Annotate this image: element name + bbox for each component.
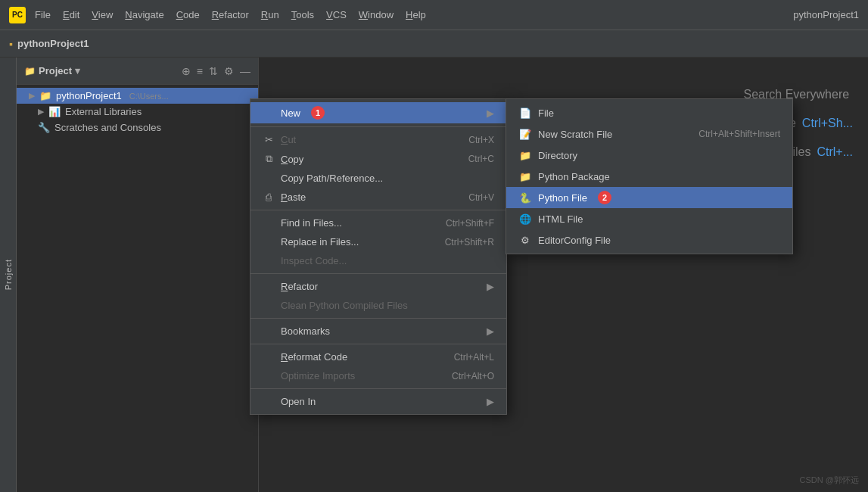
ctx-replace-shortcut: Ctrl+Shift+R bbox=[445, 237, 494, 248]
ctx-optimize-shortcut: Ctrl+Alt+O bbox=[452, 371, 494, 381]
sub-html-label: HTML File bbox=[538, 213, 583, 225]
ctx-new-arrow: ▶ bbox=[487, 107, 494, 119]
ctx-sep6 bbox=[250, 388, 506, 389]
sub-package-icon: 📁 bbox=[518, 170, 532, 183]
ctx-reformat-label: Reformat Code bbox=[281, 351, 347, 363]
overlay: New 1 ▶ ✂ Cut Ctrl+X ⧉ Copy Ctrl+C Copy … bbox=[0, 0, 868, 492]
sub-html-file[interactable]: 🌐 HTML File bbox=[506, 208, 792, 229]
sub-package-label: Python Package bbox=[538, 171, 610, 182]
ctx-open-in[interactable]: Open In ▶ bbox=[250, 392, 506, 411]
ctx-sep4 bbox=[250, 318, 506, 319]
ctx-optimize-label: Optimize Imports bbox=[281, 370, 355, 381]
ctx-optimize[interactable]: Optimize Imports Ctrl+Alt+O bbox=[250, 366, 506, 385]
ctx-copy[interactable]: ⧉ Copy Ctrl+C bbox=[250, 149, 506, 169]
ctx-paste-icon: ⎙ bbox=[263, 192, 275, 203]
ctx-bookmarks-label: Bookmarks bbox=[281, 325, 330, 337]
ctx-sep2 bbox=[250, 210, 506, 210]
ctx-cut[interactable]: ✂ Cut Ctrl+X bbox=[250, 130, 506, 149]
ctx-cut-shortcut: Ctrl+X bbox=[468, 135, 494, 145]
ctx-new[interactable]: New 1 ▶ bbox=[250, 102, 506, 123]
ctx-replace-label: Replace in Files... bbox=[281, 236, 359, 248]
ctx-reformat-shortcut: Ctrl+Alt+L bbox=[454, 352, 494, 363]
ctx-copy-label: Copy bbox=[281, 154, 303, 165]
sub-file-icon: 📄 bbox=[518, 106, 532, 120]
ctx-copy-path[interactable]: Copy Path/Reference... bbox=[250, 169, 506, 188]
sub-python-file[interactable]: 🐍 Python File 2 bbox=[506, 187, 792, 208]
ctx-cut-icon: ✂ bbox=[263, 134, 275, 145]
sub-editorconfig[interactable]: ⚙ EditorConfig File bbox=[506, 229, 792, 251]
ctx-sep5 bbox=[250, 344, 506, 344]
sub-editorconfig-icon: ⚙ bbox=[518, 233, 532, 247]
ctx-refactor[interactable]: Refactor ▶ bbox=[250, 277, 506, 296]
ctx-inspect-label: Inspect Code... bbox=[281, 255, 347, 266]
sub-badge-2: 2 bbox=[598, 191, 611, 204]
ctx-open-in-label: Open In bbox=[281, 396, 316, 407]
sub-scratch-label: New Scratch File bbox=[538, 129, 612, 140]
sub-python-package[interactable]: 📁 Python Package bbox=[506, 166, 792, 187]
ctx-copy-icon: ⧉ bbox=[263, 153, 275, 165]
ctx-open-in-arrow: ▶ bbox=[487, 396, 494, 407]
ctx-find-files[interactable]: Find in Files... Ctrl+Shift+F bbox=[250, 213, 506, 232]
ctx-refactor-label: Refactor bbox=[281, 281, 318, 292]
sub-directory-label: Directory bbox=[538, 150, 577, 161]
ctx-paste-shortcut: Ctrl+V bbox=[468, 192, 494, 203]
ctx-refactor-arrow: ▶ bbox=[487, 281, 494, 292]
sub-menu-new: 📄 File 📝 New Scratch File Ctrl+Alt+Shift… bbox=[506, 98, 793, 254]
ctx-inspect[interactable]: Inspect Code... bbox=[250, 251, 506, 270]
sub-directory-icon: 📁 bbox=[518, 148, 532, 162]
sub-directory[interactable]: 📁 Directory bbox=[506, 145, 792, 166]
ctx-clean-label: Clean Python Compiled Files bbox=[281, 300, 408, 311]
ctx-find-label: Find in Files... bbox=[281, 217, 342, 229]
ctx-copy-shortcut: Ctrl+C bbox=[468, 154, 494, 164]
sub-file-label: File bbox=[538, 107, 554, 119]
ctx-clean[interactable]: Clean Python Compiled Files bbox=[250, 296, 506, 315]
ctx-replace-files[interactable]: Replace in Files... Ctrl+Shift+R bbox=[250, 232, 506, 251]
ctx-find-shortcut: Ctrl+Shift+F bbox=[446, 218, 494, 229]
ctx-cut-label: Cut bbox=[281, 134, 296, 145]
sub-scratch-shortcut: Ctrl+Alt+Shift+Insert bbox=[698, 129, 780, 139]
context-menu: New 1 ▶ ✂ Cut Ctrl+X ⧉ Copy Ctrl+C Copy … bbox=[250, 98, 507, 415]
ctx-sep1 bbox=[250, 126, 506, 127]
sub-editorconfig-label: EditorConfig File bbox=[538, 235, 611, 246]
sub-python-icon: 🐍 bbox=[518, 191, 532, 204]
sub-html-icon: 🌐 bbox=[518, 212, 532, 226]
ctx-badge-1: 1 bbox=[311, 106, 325, 120]
ctx-paste-label: Paste bbox=[281, 192, 306, 203]
sub-file[interactable]: 📄 File bbox=[506, 102, 792, 123]
sub-new-scratch[interactable]: 📝 New Scratch File Ctrl+Alt+Shift+Insert bbox=[506, 123, 792, 145]
ctx-copy-path-label: Copy Path/Reference... bbox=[281, 173, 383, 184]
ctx-bookmarks-arrow: ▶ bbox=[487, 325, 494, 337]
sub-python-label: Python File bbox=[538, 192, 587, 204]
ctx-paste[interactable]: ⎙ Paste Ctrl+V bbox=[250, 188, 506, 207]
ctx-bookmarks[interactable]: Bookmarks ▶ bbox=[250, 322, 506, 341]
ctx-reformat[interactable]: Reformat Code Ctrl+Alt+L bbox=[250, 347, 506, 366]
sub-scratch-icon: 📝 bbox=[518, 127, 532, 141]
ctx-sep3 bbox=[250, 273, 506, 274]
ctx-new-label: New bbox=[281, 107, 300, 119]
